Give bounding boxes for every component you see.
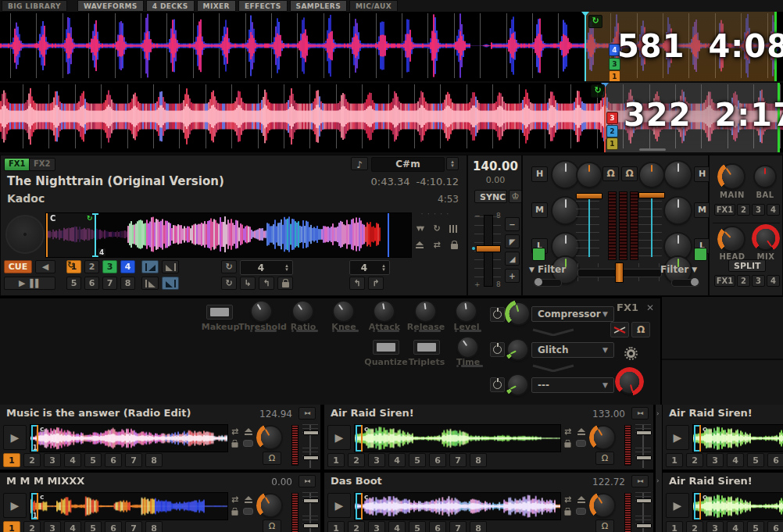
hotcue-2-button[interactable]: 2: [23, 453, 41, 467]
sync-leader-button[interactable]: ♔: [509, 190, 522, 203]
fx-level-knob[interactable]: [456, 302, 476, 321]
volume-fader-left[interactable]: [576, 193, 602, 199]
sampler-play-button[interactable]: ▶: [327, 493, 351, 518]
eq-low-knob-right[interactable]: [665, 234, 691, 259]
fx-threshold-knob[interactable]: [252, 302, 271, 321]
gain-knob-left[interactable]: [577, 163, 601, 187]
fx-slot3-selector[interactable]: --- ▼: [531, 377, 614, 393]
sampler-waveform[interactable]: c 1: [30, 424, 228, 452]
hotcue-2-button[interactable]: 2: [686, 521, 703, 532]
pfl-indicator-right[interactable]: [694, 248, 707, 261]
eq-mid-knob-right[interactable]: [665, 198, 691, 223]
head-fx1-button[interactable]: FX1: [714, 275, 735, 287]
balance-knob[interactable]: [755, 166, 775, 187]
rate-temp-up-button[interactable]: +: [505, 269, 520, 283]
hotcue-3-button[interactable]: 3: [102, 260, 117, 273]
split-cue-button[interactable]: SPLIT: [728, 259, 766, 272]
sampler-headphone-button[interactable]: Ω: [263, 520, 281, 532]
fx-attack-knob[interactable]: [374, 302, 394, 321]
main-fx3-button[interactable]: 3: [752, 204, 765, 216]
hotcue-1-button[interactable]: 1: [3, 521, 20, 532]
fx-ratio-knob[interactable]: [293, 302, 313, 321]
hotcue-4-button[interactable]: 4: [727, 521, 744, 532]
hotcue-3-button[interactable]: 3: [44, 453, 61, 467]
hotcue-3-button[interactable]: 3: [706, 453, 724, 467]
hotcue-6-button[interactable]: 6: [767, 453, 783, 467]
headphone-gain-knob[interactable]: [720, 227, 744, 251]
play-pause-button[interactable]: ▶ ▌▌: [4, 277, 55, 290]
deck-fx2-assign-button[interactable]: FX2: [29, 158, 55, 171]
vinyl-spinny-widget[interactable]: [5, 215, 45, 254]
key-note-icon[interactable]: ♪: [351, 157, 368, 170]
sampler-sync-button[interactable]: ▸◂: [631, 475, 649, 487]
fx-release-knob[interactable]: [416, 302, 435, 321]
fx-headphone-button[interactable]: Ω: [631, 322, 650, 337]
sampler-eject-button[interactable]: [241, 494, 256, 505]
hotcue-5-button[interactable]: 5: [84, 453, 102, 467]
sampler-column-splitter[interactable]: › ›: [655, 405, 663, 532]
hotcue-4-button[interactable]: 4: [388, 453, 406, 467]
sampler-pitch-slider[interactable]: [634, 424, 652, 468]
sampler-gain-knob[interactable]: [259, 427, 281, 448]
fx-slot1-selector[interactable]: Compressor ▼: [531, 306, 614, 322]
slider-handle[interactable]: [636, 430, 652, 435]
sampler-mode-indicator[interactable]: [243, 508, 253, 515]
hotcue-4-button[interactable]: 4: [64, 521, 81, 532]
tab-mic-aux[interactable]: MIC/AUX: [349, 0, 398, 12]
sampler-waveform[interactable]: c: [354, 424, 561, 452]
hotcue-1-button[interactable]: 1: [666, 453, 683, 467]
sampler-keylock-button[interactable]: [561, 505, 575, 517]
eq-high-knob-left[interactable]: [552, 162, 578, 187]
headphone-mix-knob[interactable]: [755, 227, 777, 249]
tab-samplers[interactable]: SAMPLERS: [290, 0, 348, 12]
beatloop-activate-button[interactable]: ↻: [221, 260, 237, 273]
hotcue-4-button[interactable]: 4: [64, 453, 81, 467]
beatjump-forward-button[interactable]: ↱: [368, 277, 384, 290]
deck-fx1-assign-button[interactable]: FX1: [4, 158, 30, 171]
hotcue-6-button[interactable]: 6: [105, 521, 122, 532]
sampler-keylock-button[interactable]: [228, 505, 242, 517]
head-fx2-button[interactable]: 2: [737, 275, 750, 287]
hotcue-4-button[interactable]: 4: [120, 260, 135, 273]
main-fx4-button[interactable]: 4: [767, 204, 780, 216]
deck1-scrolling-waveform[interactable]: ↻ 4 3 1 581 4:08.62: [0, 12, 783, 83]
tab-4-decks[interactable]: 4 DECKS: [146, 0, 195, 12]
loop-toggle-button[interactable]: ⇄: [430, 239, 444, 251]
sampler-play-button[interactable]: ▶: [666, 493, 689, 518]
hotcue-6-button[interactable]: 6: [84, 277, 99, 290]
eq-low-knob-left[interactable]: [552, 234, 578, 259]
rate-temp-down-button[interactable]: −: [505, 217, 520, 231]
filter-label-left[interactable]: ▼Filter: [529, 264, 566, 275]
hotcue-3-button[interactable]: 3: [368, 521, 385, 532]
sampler-play-button[interactable]: ▶: [3, 425, 27, 450]
hotcue-2-button[interactable]: 2: [348, 521, 365, 532]
sampler-waveform[interactable]: c: [354, 492, 561, 520]
key-display[interactable]: C#m: [371, 157, 445, 172]
sampler-keylock-button[interactable]: [228, 437, 242, 449]
loop-out-button[interactable]: ↳: [240, 277, 256, 290]
hotcue-8-button[interactable]: 8: [470, 521, 487, 532]
deck2-scrolling-waveform[interactable]: ↻ 3 2 1 322 2:17.88: [0, 83, 783, 155]
sampler-pitch-slider[interactable]: [301, 492, 320, 532]
sampler-repeat-button[interactable]: ⇄: [561, 426, 575, 437]
sampler-mode-indicator[interactable]: [243, 440, 253, 447]
hotcue-6-button[interactable]: 6: [767, 521, 783, 532]
slider-handle[interactable]: [303, 498, 319, 503]
sampler-keylock-button[interactable]: [561, 437, 575, 449]
tab-waveforms[interactable]: WAVEFORMS: [77, 0, 144, 12]
sampler-eject-button[interactable]: [241, 426, 256, 437]
hotcue-7-button[interactable]: 7: [125, 521, 142, 532]
close-icon[interactable]: ✕: [646, 302, 654, 313]
hotcue-5-button[interactable]: 5: [409, 521, 426, 532]
fx-slot2-meta-knob[interactable]: [508, 340, 527, 359]
hotcue-8-button[interactable]: 8: [470, 453, 487, 467]
sampler-repeat-button[interactable]: ⇄: [561, 494, 575, 505]
hotcue-2-button[interactable]: 2: [84, 260, 99, 273]
fx-slot1-meta-knob[interactable]: [508, 303, 529, 324]
crossfader-handle[interactable]: [615, 262, 624, 283]
loop-size-spinner[interactable]: ▴▾: [281, 262, 292, 273]
main-fx1-button[interactable]: FX1: [714, 204, 735, 216]
sampler-repeat-button[interactable]: ⇄: [228, 494, 242, 505]
tab-effects[interactable]: EFFECTS: [238, 0, 288, 12]
sampler-headphone-button[interactable]: Ω: [595, 520, 614, 532]
